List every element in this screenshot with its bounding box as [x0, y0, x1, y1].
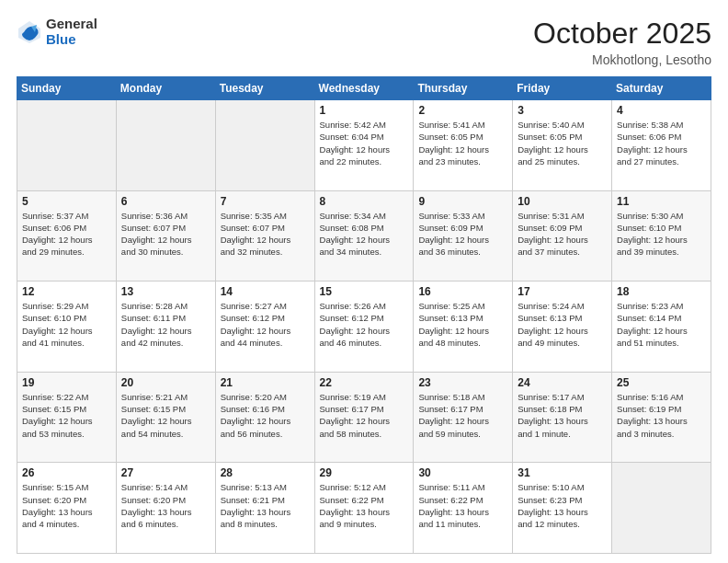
day-number: 9: [418, 195, 507, 208]
day-number: 1: [320, 104, 409, 117]
day-number: 21: [221, 376, 310, 389]
day-number: 22: [320, 376, 409, 389]
day-info: Sunrise: 5:26 AMSunset: 6:12 PMDaylight:…: [320, 300, 409, 349]
calendar-cell: 4Sunrise: 5:38 AMSunset: 6:06 PMDaylight…: [612, 100, 711, 191]
calendar-week-2: 5Sunrise: 5:37 AMSunset: 6:06 PMDaylight…: [17, 190, 711, 282]
day-info: Sunrise: 5:24 AMSunset: 6:13 PMDaylight:…: [518, 300, 607, 349]
day-info: Sunrise: 5:21 AMSunset: 6:15 PMDaylight:…: [121, 391, 210, 440]
day-number: 28: [221, 466, 310, 479]
calendar-cell: 15Sunrise: 5:26 AMSunset: 6:12 PMDayligh…: [314, 282, 414, 373]
calendar-cell: 23Sunrise: 5:18 AMSunset: 6:17 PMDayligh…: [414, 372, 513, 463]
calendar-cell: 22Sunrise: 5:19 AMSunset: 6:17 PMDayligh…: [314, 372, 414, 463]
day-number: 16: [418, 285, 507, 298]
th-wednesday: Wednesday: [314, 77, 414, 100]
day-number: 27: [121, 466, 210, 479]
calendar-cell: 27Sunrise: 5:14 AMSunset: 6:20 PMDayligh…: [116, 463, 215, 554]
th-sunday: Sunday: [17, 77, 117, 100]
day-info: Sunrise: 5:22 AMSunset: 6:15 PMDaylight:…: [22, 391, 111, 440]
day-number: 2: [418, 104, 507, 117]
calendar-cell: 18Sunrise: 5:23 AMSunset: 6:14 PMDayligh…: [612, 282, 711, 373]
day-info: Sunrise: 5:12 AMSunset: 6:22 PMDaylight:…: [320, 481, 409, 530]
calendar-cell: [116, 100, 215, 191]
calendar-cell: 11Sunrise: 5:30 AMSunset: 6:10 PMDayligh…: [612, 190, 711, 282]
calendar-cell: 8Sunrise: 5:34 AMSunset: 6:08 PMDaylight…: [314, 190, 414, 282]
day-number: 30: [418, 466, 507, 479]
day-number: 18: [617, 285, 706, 298]
day-number: 29: [320, 466, 409, 479]
calendar-week-4: 19Sunrise: 5:22 AMSunset: 6:15 PMDayligh…: [17, 372, 711, 463]
day-number: 23: [418, 376, 507, 389]
day-info: Sunrise: 5:41 AMSunset: 6:05 PMDaylight:…: [418, 119, 507, 167]
day-number: 12: [22, 285, 111, 298]
weekday-row: Sunday Monday Tuesday Wednesday Thursday…: [17, 77, 711, 100]
calendar-cell: 26Sunrise: 5:15 AMSunset: 6:20 PMDayligh…: [17, 463, 117, 554]
calendar-cell: 31Sunrise: 5:10 AMSunset: 6:23 PMDayligh…: [513, 463, 612, 554]
day-info: Sunrise: 5:19 AMSunset: 6:17 PMDaylight:…: [320, 391, 409, 440]
day-info: Sunrise: 5:16 AMSunset: 6:19 PMDaylight:…: [617, 391, 706, 440]
calendar-cell: 13Sunrise: 5:28 AMSunset: 6:11 PMDayligh…: [116, 282, 215, 373]
day-info: Sunrise: 5:18 AMSunset: 6:17 PMDaylight:…: [418, 391, 507, 440]
calendar-cell: 1Sunrise: 5:42 AMSunset: 6:04 PMDaylight…: [314, 100, 414, 191]
logo-text: General Blue: [46, 17, 97, 47]
calendar-body: 1Sunrise: 5:42 AMSunset: 6:04 PMDaylight…: [17, 100, 711, 554]
calendar-cell: 2Sunrise: 5:41 AMSunset: 6:05 PMDaylight…: [414, 100, 513, 191]
day-number: 6: [121, 195, 210, 208]
calendar-week-5: 26Sunrise: 5:15 AMSunset: 6:20 PMDayligh…: [17, 463, 711, 554]
day-info: Sunrise: 5:11 AMSunset: 6:22 PMDaylight:…: [418, 481, 507, 530]
day-number: 4: [617, 104, 706, 117]
day-info: Sunrise: 5:33 AMSunset: 6:09 PMDaylight:…: [418, 210, 507, 259]
day-info: Sunrise: 5:27 AMSunset: 6:12 PMDaylight:…: [221, 300, 310, 349]
th-friday: Friday: [513, 77, 612, 100]
day-info: Sunrise: 5:31 AMSunset: 6:09 PMDaylight:…: [518, 210, 607, 259]
calendar-cell: 24Sunrise: 5:17 AMSunset: 6:18 PMDayligh…: [513, 372, 612, 463]
calendar-cell: 9Sunrise: 5:33 AMSunset: 6:09 PMDaylight…: [414, 190, 513, 282]
day-info: Sunrise: 5:13 AMSunset: 6:21 PMDaylight:…: [221, 481, 310, 530]
day-info: Sunrise: 5:28 AMSunset: 6:11 PMDaylight:…: [121, 300, 210, 349]
day-number: 26: [22, 466, 111, 479]
day-number: 13: [121, 285, 210, 298]
day-info: Sunrise: 5:14 AMSunset: 6:20 PMDaylight:…: [121, 481, 210, 530]
th-thursday: Thursday: [414, 77, 513, 100]
calendar-cell: 10Sunrise: 5:31 AMSunset: 6:09 PMDayligh…: [513, 190, 612, 282]
day-number: 11: [617, 195, 706, 208]
day-info: Sunrise: 5:15 AMSunset: 6:20 PMDaylight:…: [22, 481, 111, 530]
month-title: October 2025: [533, 17, 711, 51]
calendar-cell: 25Sunrise: 5:16 AMSunset: 6:19 PMDayligh…: [612, 372, 711, 463]
th-saturday: Saturday: [612, 77, 711, 100]
day-info: Sunrise: 5:17 AMSunset: 6:18 PMDaylight:…: [518, 391, 607, 440]
calendar-cell: 30Sunrise: 5:11 AMSunset: 6:22 PMDayligh…: [414, 463, 513, 554]
day-info: Sunrise: 5:35 AMSunset: 6:07 PMDaylight:…: [221, 210, 310, 259]
day-number: 5: [22, 195, 111, 208]
calendar-cell: 6Sunrise: 5:36 AMSunset: 6:07 PMDaylight…: [116, 190, 215, 282]
calendar-cell: [17, 100, 117, 191]
logo-general-label: General: [46, 17, 97, 32]
location: Mokhotlong, Lesotho: [533, 52, 711, 67]
day-number: 25: [617, 376, 706, 389]
logo: General Blue: [17, 17, 97, 47]
calendar-cell: 7Sunrise: 5:35 AMSunset: 6:07 PMDaylight…: [215, 190, 314, 282]
day-number: 14: [221, 285, 310, 298]
calendar-week-1: 1Sunrise: 5:42 AMSunset: 6:04 PMDaylight…: [17, 100, 711, 191]
calendar-cell: 12Sunrise: 5:29 AMSunset: 6:10 PMDayligh…: [17, 282, 117, 373]
day-number: 10: [518, 195, 607, 208]
day-info: Sunrise: 5:36 AMSunset: 6:07 PMDaylight:…: [121, 210, 210, 259]
header: General Blue October 2025 Mokhotlong, Le…: [17, 17, 711, 67]
th-monday: Monday: [116, 77, 215, 100]
day-number: 7: [221, 195, 310, 208]
logo-icon: [17, 19, 42, 45]
day-info: Sunrise: 5:20 AMSunset: 6:16 PMDaylight:…: [221, 391, 310, 440]
day-info: Sunrise: 5:29 AMSunset: 6:10 PMDaylight:…: [22, 300, 111, 349]
calendar-week-3: 12Sunrise: 5:29 AMSunset: 6:10 PMDayligh…: [17, 282, 711, 373]
day-info: Sunrise: 5:40 AMSunset: 6:05 PMDaylight:…: [518, 119, 607, 167]
day-info: Sunrise: 5:34 AMSunset: 6:08 PMDaylight:…: [320, 210, 409, 259]
calendar-cell: 21Sunrise: 5:20 AMSunset: 6:16 PMDayligh…: [215, 372, 314, 463]
title-block: October 2025 Mokhotlong, Lesotho: [533, 17, 711, 67]
day-number: 20: [121, 376, 210, 389]
day-info: Sunrise: 5:42 AMSunset: 6:04 PMDaylight:…: [320, 119, 409, 167]
calendar-table: Sunday Monday Tuesday Wednesday Thursday…: [17, 76, 711, 554]
day-number: 24: [518, 376, 607, 389]
calendar-cell: 17Sunrise: 5:24 AMSunset: 6:13 PMDayligh…: [513, 282, 612, 373]
calendar-cell: 19Sunrise: 5:22 AMSunset: 6:15 PMDayligh…: [17, 372, 117, 463]
calendar-header: Sunday Monday Tuesday Wednesday Thursday…: [17, 77, 711, 100]
day-number: 17: [518, 285, 607, 298]
